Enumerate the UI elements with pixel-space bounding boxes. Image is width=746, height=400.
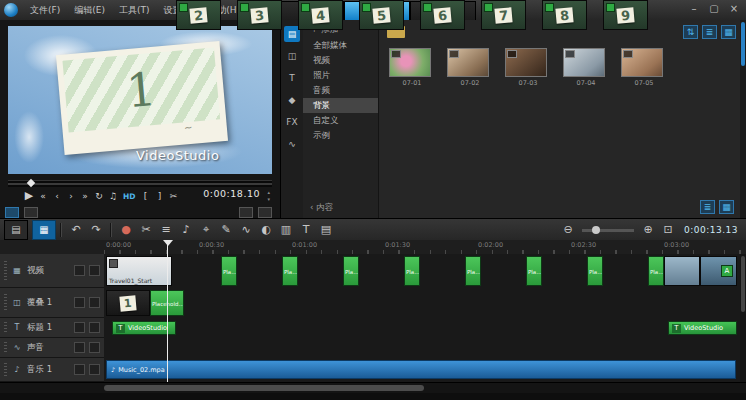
home-button[interactable]: « [36, 188, 50, 204]
transition-clip[interactable]: Pla… [343, 256, 359, 286]
track-mute-toggle[interactable] [74, 364, 85, 375]
drag-handle[interactable] [4, 363, 7, 377]
drag-handle[interactable] [4, 294, 7, 311]
scrubber-handle[interactable] [27, 179, 35, 187]
filter-icon[interactable]: FX [284, 114, 300, 130]
full-screen-icon[interactable] [258, 207, 272, 218]
menu-edit[interactable]: 编辑(E) [67, 0, 112, 20]
split-button[interactable]: ✂ [136, 221, 156, 239]
next-frame-button[interactable]: › [64, 188, 78, 204]
enlarge-preview-icon[interactable] [239, 207, 253, 218]
minimize-button[interactable]: – [684, 0, 704, 18]
zoom-in-button[interactable]: ⊕ [638, 221, 658, 239]
list-view-icon[interactable]: ≣ [702, 25, 717, 39]
video-clip-4[interactable]: 4 [298, 0, 343, 30]
menu-file[interactable]: 文件(F) [23, 0, 67, 20]
end-button[interactable]: » [78, 188, 92, 204]
track-mute-toggle[interactable] [74, 322, 85, 333]
video-clip-9[interactable]: 9 [603, 0, 648, 30]
thumbnail-image[interactable] [389, 48, 431, 77]
transition-clip[interactable]: Pla… [465, 256, 481, 286]
music-clip[interactable]: ♪ Music_02.mpa [106, 360, 736, 379]
drag-handle[interactable] [4, 342, 7, 353]
zoom-slider-handle[interactable] [592, 226, 600, 234]
nav-footer-content[interactable]: ‹ 内容 [303, 202, 378, 214]
video-clip-2[interactable]: 2 [176, 0, 221, 30]
video-clip-5[interactable]: 5 [359, 0, 404, 30]
library-scrollbar-handle[interactable] [741, 22, 745, 66]
auto-music-button[interactable]: ♪ [176, 221, 196, 239]
safe-area-icon[interactable] [24, 207, 38, 218]
record-capture-button[interactable]: ● [116, 221, 136, 239]
nav-item-all-media[interactable]: 全部媒体 [303, 38, 378, 53]
track-lock-toggle[interactable] [89, 265, 100, 276]
track-lock-toggle[interactable] [89, 322, 100, 333]
video-clip-end[interactable] [664, 256, 700, 286]
preview-scrubber[interactable] [8, 180, 272, 187]
drag-handle[interactable] [4, 261, 7, 281]
thumbnail-image[interactable] [447, 48, 489, 77]
subtitle-editor-button[interactable]: T [296, 221, 316, 239]
video-clip-travel-start[interactable]: Travel01_Start [106, 256, 172, 286]
overlay-track-row[interactable] [104, 288, 746, 319]
track-lock-toggle[interactable] [89, 364, 100, 375]
track-mute-toggle[interactable] [74, 342, 85, 353]
transition-clip[interactable]: Pla… [221, 256, 237, 286]
hscrollbar-handle[interactable] [104, 385, 424, 391]
nav-item-video[interactable]: 视频 [303, 53, 378, 68]
media-thumbnail[interactable]: 07-04 [563, 48, 609, 87]
transition-clip[interactable]: Pla… [587, 256, 603, 286]
drag-handle[interactable] [4, 322, 7, 333]
playhead-line[interactable] [167, 240, 168, 382]
media-thumbnail[interactable]: 07-03 [505, 48, 551, 87]
library-scrollbar[interactable] [740, 20, 746, 218]
motion-path-icon[interactable]: ∿ [284, 136, 300, 152]
undo-button[interactable]: ↶ [66, 221, 86, 239]
hd-badge[interactable]: HD [120, 192, 139, 201]
volume-button[interactable]: ♫ [106, 188, 120, 204]
loop-button[interactable]: ↻ [92, 188, 106, 204]
nav-item-samples[interactable]: 示例 [303, 128, 378, 143]
media-thumbnail[interactable]: 07-05 [621, 48, 667, 87]
track-header-title[interactable]: T 标题 1 [0, 318, 104, 338]
grid-view-icon[interactable]: ▦ [721, 25, 736, 39]
track-mute-toggle[interactable] [74, 265, 85, 276]
title-track-row[interactable] [104, 318, 746, 339]
media-thumbnail[interactable]: 07-02 [447, 48, 493, 87]
timeline-ruler[interactable]: 0:00:00 0:00:30 0:01:00 0:01:30 0:02:00 … [0, 240, 746, 255]
thumbnail-size-small-icon[interactable]: ≣ [700, 200, 715, 214]
prev-frame-button[interactable]: ‹ [50, 188, 64, 204]
close-button[interactable]: × [724, 0, 744, 18]
mask-creator-button[interactable]: ◐ [256, 221, 276, 239]
vscrollbar-handle[interactable] [741, 256, 745, 312]
nav-item-audio[interactable]: 音频 [303, 83, 378, 98]
track-lock-toggle[interactable] [89, 297, 100, 308]
voice-track-row[interactable] [104, 338, 746, 359]
transition-clip[interactable]: Pla… [648, 256, 664, 286]
timecode-stepper[interactable]: ▴▾ [267, 189, 270, 203]
motion-tracking-button[interactable]: ⌖ [196, 221, 216, 239]
thumbnail-size-large-icon[interactable]: ▦ [719, 200, 734, 214]
transition-clip[interactable]: Pla… [526, 256, 542, 286]
nav-item-photo[interactable]: 照片 [303, 68, 378, 83]
transition-icon[interactable]: ◫ [284, 48, 300, 64]
overlay-clip-image[interactable]: 1 [106, 290, 150, 316]
transition-clip[interactable]: Pla… [282, 256, 298, 286]
media-thumbnail[interactable]: 07-01 [389, 48, 435, 87]
nav-item-custom[interactable]: 自定义 [303, 113, 378, 128]
title-icon[interactable]: T [284, 70, 300, 86]
zoom-out-button[interactable]: ⊖ [558, 221, 578, 239]
video-clip-7[interactable]: 7 [481, 0, 526, 30]
track-header-voice[interactable]: ∿ 声音 [0, 338, 104, 358]
time-remap-button[interactable]: ∿ [236, 221, 256, 239]
playhead-handle[interactable] [163, 240, 173, 246]
fit-project-button[interactable]: ⊡ [658, 221, 678, 239]
track-lock-toggle[interactable] [89, 342, 100, 353]
video-clip-8[interactable]: 8 [542, 0, 587, 30]
scrubber-track[interactable] [8, 183, 272, 185]
track-manager-button[interactable]: ▤ [316, 221, 336, 239]
menu-tools[interactable]: 工具(T) [112, 0, 157, 20]
sort-icon[interactable]: ⇅ [683, 25, 698, 39]
track-header-music[interactable]: ♪ 音乐 1 [0, 358, 104, 382]
track-mute-toggle[interactable] [74, 297, 85, 308]
